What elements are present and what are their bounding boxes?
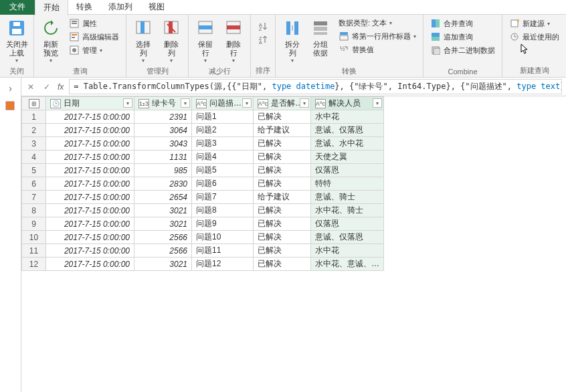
cell-date[interactable]: 2017-7-15 0:00:00 [46, 137, 134, 151]
cell-person[interactable]: 仅落恩 [311, 164, 384, 177]
cell-person[interactable]: 仅落恩 [311, 217, 384, 231]
cell-issue[interactable]: 问题5 [192, 164, 254, 177]
cell-person[interactable]: 意诚、仅落恩 [311, 231, 384, 244]
groupby-button[interactable]: 分组 依据 [306, 16, 335, 59]
table-row[interactable]: 52017-7-15 0:00:00985问题5已解决仅落恩 [22, 164, 384, 177]
cell-person[interactable]: 水中花、骑士 [311, 204, 384, 217]
datatype-button[interactable]: 数据类型: 文本 ▾ [337, 17, 417, 29]
row-number[interactable]: 6 [22, 177, 46, 191]
cell-date[interactable]: 2017-7-15 0:00:00 [46, 124, 134, 137]
cell-person[interactable]: 天使之翼 [311, 151, 384, 164]
table-row[interactable]: 22017-7-15 0:00:003064问题2给予建议意诚、仅落恩 [22, 124, 384, 137]
advanced-editor-button[interactable]: 高级编辑器 [68, 31, 120, 43]
cell-person[interactable]: 意诚、仅落恩 [311, 124, 384, 137]
properties-button[interactable]: 属性 [68, 17, 120, 29]
corner-cell[interactable]: ⊞ [22, 97, 46, 110]
cell-date[interactable]: 2017-7-15 0:00:00 [46, 258, 134, 271]
cell-date[interactable]: 2017-7-15 0:00:00 [46, 177, 134, 191]
row-number[interactable]: 2 [22, 124, 46, 137]
row-number[interactable]: 4 [22, 151, 46, 164]
table-row[interactable]: 12017-7-15 0:00:002391问题1已解决水中花 [22, 110, 384, 124]
table-row[interactable]: 112017-7-15 0:00:002566问题11已解决水中花 [22, 244, 384, 258]
row-number[interactable]: 1 [22, 110, 46, 124]
table-row[interactable]: 62017-7-15 0:00:002830问题6已解决特特 [22, 177, 384, 191]
cell-card[interactable]: 3064 [134, 124, 192, 137]
filter-icon[interactable]: ▾ [181, 98, 190, 108]
tab-home[interactable]: 开始 [35, 0, 68, 16]
cell-card[interactable]: 985 [134, 164, 192, 177]
new-source-button[interactable]: ✶ 新建源 ▾ [508, 17, 561, 29]
cell-person[interactable]: 意诚、骑士 [311, 191, 384, 204]
sort-asc-button[interactable]: AZ [256, 20, 270, 32]
table-row[interactable]: 32017-7-15 0:00:003043问题3已解决意诚、水中花 [22, 137, 384, 151]
cell-issue[interactable]: 问题2 [192, 124, 254, 137]
cell-card[interactable]: 3021 [134, 258, 192, 271]
sort-desc-button[interactable]: ZA [256, 33, 270, 45]
tab-addcolumn[interactable]: 添加列 [100, 0, 140, 15]
col-header-date[interactable]: 🕒日期 ▾ [46, 97, 134, 110]
row-number[interactable]: 12 [22, 258, 46, 271]
formula-input[interactable]: = Table.TransformColumnTypes(源,{{"日期", t… [69, 79, 562, 94]
cell-solved[interactable]: 已解决 [254, 217, 311, 231]
row-number[interactable]: 7 [22, 191, 46, 204]
cell-card[interactable]: 2830 [134, 177, 192, 191]
cell-solved[interactable]: 已解决 [254, 231, 311, 244]
filter-icon[interactable]: ▾ [373, 98, 382, 108]
cell-date[interactable]: 2017-7-15 0:00:00 [46, 217, 134, 231]
cell-solved[interactable]: 已解决 [254, 164, 311, 177]
remove-cols-button[interactable]: 删除 列 ▾ [157, 16, 185, 65]
filter-icon[interactable]: ▾ [242, 98, 252, 108]
tab-file[interactable]: 文件 [0, 0, 35, 15]
cell-person[interactable]: 水中花 [311, 244, 384, 258]
select-cols-button[interactable]: 选择 列 ▾ [129, 16, 157, 65]
cell-solved[interactable]: 已解决 [254, 204, 311, 217]
cell-solved[interactable]: 已解决 [254, 258, 311, 271]
cell-solved[interactable]: 已解决 [254, 151, 311, 164]
cell-solved[interactable]: 已解决 [254, 110, 311, 124]
cell-date[interactable]: 2017-7-15 0:00:00 [46, 204, 134, 217]
cell-solved[interactable]: 给予建议 [254, 191, 311, 204]
cell-card[interactable]: 1131 [134, 151, 192, 164]
cell-card[interactable]: 2566 [134, 244, 192, 258]
row-number[interactable]: 11 [22, 244, 46, 258]
cell-card[interactable]: 3021 [134, 217, 192, 231]
cell-card[interactable]: 3043 [134, 137, 192, 151]
remove-rows-button[interactable]: 删除 行 ▾ [219, 16, 248, 65]
keep-rows-button[interactable]: 保留 行 ▾ [191, 16, 219, 65]
row-number[interactable]: 3 [22, 137, 46, 151]
split-col-button[interactable]: 拆分 列 ▾ [278, 16, 306, 65]
cell-issue[interactable]: 问题10 [192, 231, 254, 244]
cell-issue[interactable]: 问题8 [192, 204, 254, 217]
col-header-solved[interactable]: Aᴮc是否解… ▾ [254, 97, 311, 110]
cell-solved[interactable]: 给予建议 [254, 124, 311, 137]
cell-solved[interactable]: 已解决 [254, 177, 311, 191]
cell-date[interactable]: 2017-7-15 0:00:00 [46, 110, 134, 124]
refresh-button[interactable]: 刷新 预览 ▾ [37, 16, 65, 65]
table-row[interactable]: 92017-7-15 0:00:003021问题9已解决仅落恩 [22, 217, 384, 231]
row-number[interactable]: 5 [22, 164, 46, 177]
cell-issue[interactable]: 问题7 [192, 191, 254, 204]
cell-solved[interactable]: 已解决 [254, 244, 311, 258]
queries-pane-collapsed[interactable]: › [0, 78, 21, 392]
tab-transform[interactable]: 转换 [68, 0, 100, 15]
merge-query-button[interactable]: 合并查询 [429, 17, 496, 29]
cell-issue[interactable]: 问题1 [192, 110, 254, 124]
cell-issue[interactable]: 问题4 [192, 151, 254, 164]
table-row[interactable]: 102017-7-15 0:00:002566问题10已解决意诚、仅落恩 [22, 231, 384, 244]
col-header-issue[interactable]: Aᴮc问题描… ▾ [192, 97, 254, 110]
cell-solved[interactable]: 已解决 [254, 137, 311, 151]
filter-icon[interactable]: ▾ [300, 98, 309, 108]
col-header-card[interactable]: 1₂3绿卡号 ▾ [134, 97, 192, 110]
row-number[interactable]: 10 [22, 231, 46, 244]
cell-issue[interactable]: 问题11 [192, 244, 254, 258]
table-row[interactable]: 82017-7-15 0:00:003021问题8已解决水中花、骑士 [22, 204, 384, 217]
cell-person[interactable]: 意诚、水中花 [311, 137, 384, 151]
close-upload-button[interactable]: 关闭并 上载 ▾ [3, 16, 31, 65]
combine-binary-button[interactable]: 合并二进制数据 [429, 44, 496, 56]
col-header-person[interactable]: Aᴮc解决人员 ▾ [311, 97, 384, 110]
cell-issue[interactable]: 问题9 [192, 217, 254, 231]
table-row[interactable]: 72017-7-15 0:00:002654问题7给予建议意诚、骑士 [22, 191, 384, 204]
cell-person[interactable]: 特特 [311, 177, 384, 191]
cell-issue[interactable]: 问题12 [192, 258, 254, 271]
recent-sources-button[interactable]: 最近使用的 [508, 31, 561, 43]
